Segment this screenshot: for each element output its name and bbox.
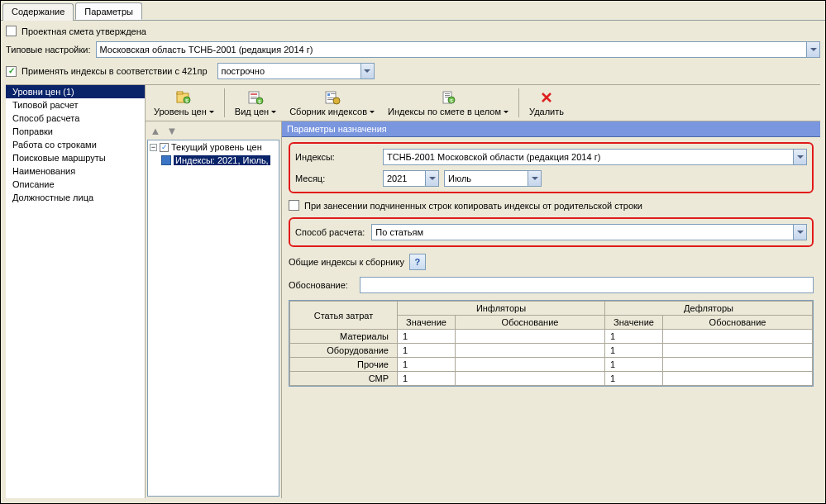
tab-page-parameters: Проектная смета утверждена Типовые настр… [1,21,825,503]
tab-content[interactable]: Содержание [2,3,74,21]
params-panel: Параметры назначения Индексы: ТСНБ-2001 … [282,121,820,498]
svg-rect-7 [251,98,257,99]
cell-defl-val[interactable]: 1 [605,358,663,372]
cell-defl-val[interactable]: 1 [605,344,663,358]
index-node-icon [161,155,171,165]
col-cost-item[interactable]: Статья затрат [290,302,398,330]
cell-infl-val[interactable]: 1 [398,372,456,386]
svg-rect-17 [445,93,450,94]
toolbar-price-level-label: Уровень цен [154,107,207,116]
svg-rect-5 [251,93,257,95]
toolbar-separator [518,88,519,117]
collapse-icon[interactable]: − [150,144,157,151]
table-row[interactable]: Оборудование 1 1 [290,344,813,358]
col-infl-justif[interactable]: Обоснование [456,316,605,330]
approved-checkbox[interactable] [6,26,17,36]
col-infl-value[interactable]: Значение [398,316,456,330]
table-row[interactable]: Прочие 1 1 [290,358,813,372]
price-level-tree[interactable]: − Текущий уровень цен Индексы: 2021, Июл… [147,140,279,497]
cell-defl-val[interactable]: 1 [605,330,663,344]
toolbar-price-level-button[interactable]: $ Уровень цен [147,85,221,121]
chevron-down-icon [370,111,375,116]
tree-root-row[interactable]: − Текущий уровень цен [148,140,279,154]
cell-defl-just[interactable] [663,372,813,386]
chevron-down-icon[interactable] [806,42,819,57]
toolbar-separator [224,88,225,117]
indexes-combo[interactable]: ТСНБ-2001 Московской области (редакция 2… [383,149,807,165]
indexes-grid[interactable]: Статья затрат Инфляторы Дефляторы Значен… [289,301,813,386]
view-prices-icon: $ [247,90,264,105]
cell-defl-just[interactable] [663,358,813,372]
chevron-down-icon[interactable] [425,171,438,186]
nav-item-officials[interactable]: Должностные лица [6,191,145,204]
tree-node-check[interactable] [160,143,169,152]
chevron-down-icon[interactable] [360,64,374,78]
tree-child-row[interactable]: Индексы: 2021, Июль, [148,154,279,167]
year-value: 2021 [387,174,425,183]
chevron-down-icon[interactable] [793,225,806,240]
apply-indexes-label: Применять индексы в соответствии с 421пр [21,66,208,76]
svg-point-15 [333,97,340,104]
apply-indexes-checkbox[interactable] [6,66,17,77]
approved-label: Проектная смета утверждена [21,26,146,36]
general-indexes-label: Общие индексы к сборнику [289,257,404,267]
year-combo[interactable]: 2021 [383,170,439,187]
calc-method-combo[interactable]: По статьям [371,224,807,240]
cell-infl-just[interactable] [456,372,605,386]
table-row[interactable]: СМР 1 1 [290,372,813,386]
svg-rect-6 [251,97,257,97]
chevron-down-icon [271,111,276,116]
nav-item-names[interactable]: Наименования [6,164,145,178]
chevron-down-icon[interactable] [793,150,806,164]
highlight-box-indexes: Индексы: ТСНБ-2001 Московской области (р… [289,142,814,193]
arrow-down-icon[interactable]: ▼ [165,124,179,137]
svg-rect-12 [331,93,336,94]
toolbar-indexbook-button[interactable]: Сборник индексов [283,85,381,121]
cell-infl-val[interactable]: 1 [398,330,456,344]
cell-defl-just[interactable] [663,330,813,344]
nav-item-description[interactable]: Описание [6,178,145,191]
delete-icon [538,90,555,105]
params-header: Параметры назначения [282,121,820,137]
arrow-up-icon[interactable]: ▲ [149,124,162,137]
tree-column: ▲ ▼ − Текущий уровень цен Индексы: 2021,… [146,121,282,498]
nav-item-typical-calc[interactable]: Типовой расчет [6,98,145,112]
typical-settings-label: Типовые настройки: [6,45,91,55]
col-deflators[interactable]: Дефляторы [605,302,813,316]
tab-parameters[interactable]: Параметры [75,2,142,20]
table-row[interactable]: Материалы 1 1 [290,330,813,344]
justification-label: Обоснование: [289,280,355,290]
nav-item-search-routes[interactable]: Поисковые маршруты [6,151,145,164]
chevron-down-icon[interactable] [528,171,541,186]
col-inflators[interactable]: Инфляторы [398,302,605,316]
svg-rect-11 [327,93,330,96]
copy-indexes-checkbox[interactable] [289,200,299,211]
cell-infl-val[interactable]: 1 [398,344,456,358]
col-defl-justif[interactable]: Обоснование [663,316,813,330]
justification-field[interactable] [360,277,814,293]
cell-infl-just[interactable] [456,358,605,372]
right-pane: $ Уровень цен $ Вид цен Сборник индексов… [146,85,820,498]
nav-item-price-levels[interactable]: Уровни цен (1) [6,85,145,98]
calc-method-value: По статьям [375,227,793,237]
copy-indexes-label: При занесении подчиненных строк копирова… [304,201,642,211]
cell-infl-just[interactable] [456,344,605,358]
month-combo[interactable]: Июль [444,170,542,187]
toolbar-estimate-indexes-button[interactable]: $ Индексы по смете в целом [381,85,515,121]
price-level-icon: $ [175,90,192,105]
typical-settings-combo[interactable]: Московская область ТСНБ-2001 (редакция 2… [96,41,820,58]
help-button[interactable]: ? [409,254,426,270]
chevron-down-icon [504,111,508,116]
nav-item-rowwork[interactable]: Работа со строками [6,138,145,151]
cell-infl-val[interactable]: 1 [398,358,456,372]
apply-mode-combo[interactable]: построчно [217,63,375,79]
nav-item-corrections[interactable]: Поправки [6,125,145,138]
toolbar-viewtype-button[interactable]: $ Вид цен [228,85,283,121]
cell-infl-just[interactable] [456,330,605,344]
toolbar-delete-button[interactable]: Удалить [523,85,571,121]
col-defl-value[interactable]: Значение [605,316,663,330]
cell-defl-just[interactable] [663,344,813,358]
nav-item-calc-method[interactable]: Способ расчета [6,112,145,125]
cell-defl-val[interactable]: 1 [605,372,663,386]
top-tabbar: Содержание Параметры [1,1,825,21]
